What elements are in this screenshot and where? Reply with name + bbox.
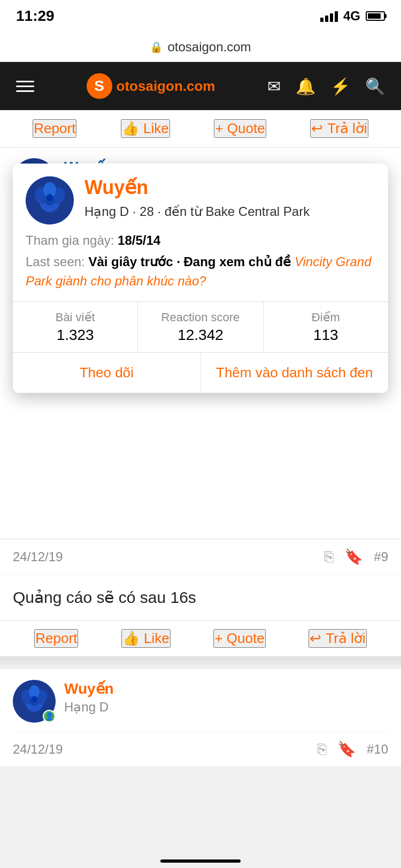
stat-reaction-value: 12.342 — [144, 327, 256, 344]
quote-button[interactable]: + Quote — [214, 119, 266, 138]
post9-actions: Report 👍 Like + Quote ↩ Trả lời — [0, 620, 401, 656]
post10-meta-icons: ⎘ 🔖 #10 — [318, 740, 388, 758]
user-popup: Wuyến Hạng D · 28 · đến từ Bake Central … — [13, 164, 388, 393]
status-bar: 11:29 4G — [0, 0, 401, 32]
bookmark-icon[interactable]: 🔖 — [344, 548, 363, 565]
nav-logo[interactable]: S otosaigon.com — [87, 73, 215, 99]
stat-score: Điểm 113 — [264, 302, 388, 352]
popup-username: Wuyến — [84, 176, 375, 199]
post9-reply-button[interactable]: ↩ Trả lời — [309, 629, 366, 648]
logo-text: otosaigon.com — [117, 78, 215, 95]
stat-posts-value: 1.323 — [19, 327, 131, 344]
popup-lastseen-value: Vài giây trước · Đang xem chủ đề — [88, 254, 291, 269]
popup-join-label: Tham gia ngày: — [26, 233, 114, 247]
post10-avatar-wrap: 👤 — [13, 680, 56, 723]
popup-actions: Theo dõi Thêm vào danh sách đen — [13, 353, 388, 393]
thumbs-up-icon: 👍 — [122, 120, 139, 137]
reply-button[interactable]: ↩ Trả lời — [310, 119, 368, 138]
post9-quote-button[interactable]: + Quote — [213, 629, 265, 648]
menu-icon[interactable] — [16, 81, 34, 92]
stat-reaction: Reaction score 12.342 — [138, 302, 263, 352]
post10-header: 👤 Wuyến Hạng D — [0, 669, 401, 731]
popup-rank: Hạng D · 28 · đến từ Bake Central Park — [84, 202, 375, 221]
battery-icon — [366, 11, 385, 21]
signal-icon — [320, 10, 338, 22]
post-section: Wuyến Wuyến H — [0, 148, 401, 539]
popup-lastseen: Last seen: Vài giây trước · Đang xem chủ… — [26, 252, 375, 291]
popup-user-header: Wuyến Hạng D · 28 · đến từ Bake Central … — [26, 176, 375, 224]
like-button[interactable]: 👍 Like — [121, 119, 170, 138]
popup-join: Tham gia ngày: 18/5/14 — [26, 233, 375, 248]
post9-meta: 24/12/19 ⎘ 🔖 #9 — [0, 539, 401, 575]
nav-icons: ✉ 🔔 ⚡ 🔍 — [267, 77, 385, 96]
search-icon[interactable]: 🔍 — [365, 77, 385, 96]
post9-like-button[interactable]: 👍 Like — [121, 629, 171, 648]
url-bar: 🔒 otosaigon.com — [0, 32, 401, 62]
post10-username[interactable]: Wuyến — [64, 680, 388, 698]
network-label: 4G — [343, 9, 360, 24]
svg-point-13 — [47, 194, 53, 201]
person-icon: 👤 — [45, 712, 54, 720]
post10-date: 24/12/19 — [13, 742, 63, 757]
popup-user-info: Wuyến Hạng D · 28 · đến từ Bake Central … — [84, 176, 375, 221]
top-action-bar: Report 👍 Like + Quote ↩ Trả lời — [0, 110, 401, 148]
post9-meta-icons: ⎘ 🔖 #9 — [325, 548, 388, 565]
bell-icon[interactable]: 🔔 — [296, 77, 315, 96]
stat-posts-label: Bài viết — [19, 311, 131, 324]
post9-report-button[interactable]: Report — [34, 629, 78, 648]
stat-score-label: Điểm — [270, 311, 382, 324]
lock-icon: 🔒 — [150, 41, 163, 53]
status-time: 11:29 — [16, 7, 55, 25]
divider — [0, 661, 401, 665]
post10-number: #10 — [367, 742, 388, 757]
popup-top: Wuyến Hạng D · 28 · đến từ Bake Central … — [13, 164, 388, 302]
report-button[interactable]: Report — [33, 119, 76, 138]
lightning-icon[interactable]: ⚡ — [330, 77, 350, 96]
post9-reply-icon: ↩ — [310, 630, 321, 647]
follow-button[interactable]: Theo dõi — [13, 353, 201, 393]
share-icon[interactable]: ⎘ — [325, 548, 334, 565]
svg-point-20 — [32, 696, 37, 702]
post10-share-icon[interactable]: ⎘ — [318, 741, 327, 758]
reply-icon: ↩ — [311, 120, 323, 137]
post10-bookmark-icon[interactable]: 🔖 — [337, 740, 356, 758]
mail-icon[interactable]: ✉ — [267, 77, 281, 96]
popup-join-value: 18/5/14 — [118, 233, 160, 247]
url-domain: otosaigon.com — [167, 40, 251, 55]
logo-circle-icon: S — [87, 73, 112, 99]
post10-section: 👤 Wuyến Hạng D 24/12/19 ⎘ 🔖 #10 — [0, 669, 401, 766]
stat-reaction-label: Reaction score — [144, 311, 256, 324]
popup-stats: Bài viết 1.323 Reaction score 12.342 Điể… — [13, 302, 388, 353]
online-indicator: 👤 — [43, 710, 56, 723]
post9-thumbs-icon: 👍 — [122, 630, 140, 647]
post9-section: 24/12/19 ⎘ 🔖 #9 Quảng cáo sẽ có sau 16s … — [0, 539, 401, 661]
popup-lastseen-label: Last seen: — [26, 254, 85, 269]
popup-avatar — [26, 176, 74, 224]
post9-number: #9 — [374, 549, 388, 564]
status-icons: 4G — [320, 9, 385, 24]
stat-posts: Bài viết 1.323 — [13, 302, 138, 352]
post10-meta: 24/12/19 ⎘ 🔖 #10 — [0, 732, 401, 766]
post9-text: Quảng cáo sẽ có sau 16s — [0, 575, 401, 620]
post9-date: 24/12/19 — [13, 549, 63, 564]
stat-score-value: 113 — [270, 327, 382, 344]
post10-rank: Hạng D — [64, 700, 388, 715]
home-indicator — [160, 859, 241, 863]
blacklist-button[interactable]: Thêm vào danh sách đen — [201, 353, 389, 393]
post10-user: Wuyến Hạng D — [64, 680, 388, 715]
nav-bar: S otosaigon.com ✉ 🔔 ⚡ 🔍 — [0, 62, 401, 110]
